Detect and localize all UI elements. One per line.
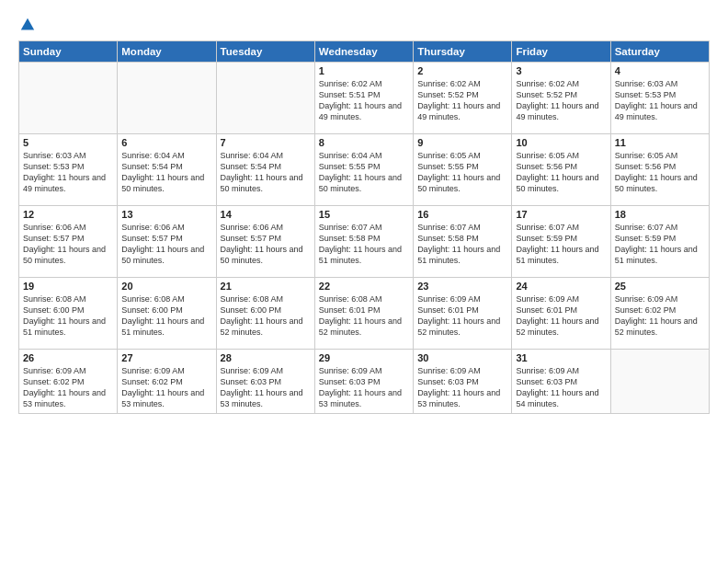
day-number: 25 [615, 281, 705, 292]
day-number: 15 [319, 209, 409, 220]
day-number: 9 [417, 137, 507, 148]
calendar-day-cell: 1Sunrise: 6:02 AM Sunset: 5:51 PM Daylig… [314, 63, 413, 134]
day-info: Sunrise: 6:09 AM Sunset: 6:02 PM Dayligh… [121, 365, 211, 410]
day-number: 1 [319, 65, 409, 76]
day-number: 17 [516, 209, 606, 220]
day-number: 23 [417, 281, 507, 292]
calendar-header-cell: Wednesday [314, 41, 413, 63]
calendar-header-row: SundayMondayTuesdayWednesdayThursdayFrid… [19, 41, 710, 63]
calendar-header-cell: Sunday [19, 41, 118, 63]
day-info: Sunrise: 6:09 AM Sunset: 6:03 PM Dayligh… [221, 365, 311, 410]
calendar-day-cell: 21Sunrise: 6:08 AM Sunset: 6:00 PM Dayli… [216, 278, 314, 350]
day-number: 12 [23, 209, 113, 220]
calendar-day-cell: 3Sunrise: 6:02 AM Sunset: 5:52 PM Daylig… [512, 63, 610, 134]
day-info: Sunrise: 6:05 AM Sunset: 5:55 PM Dayligh… [417, 150, 507, 195]
logo [18, 17, 36, 31]
calendar-day-cell: 28Sunrise: 6:09 AM Sunset: 6:03 PM Dayli… [216, 350, 314, 414]
day-number: 31 [516, 352, 606, 363]
calendar-day-cell: 19Sunrise: 6:08 AM Sunset: 6:00 PM Dayli… [19, 278, 118, 350]
calendar-day-cell: 31Sunrise: 6:09 AM Sunset: 6:03 PM Dayli… [512, 350, 610, 414]
calendar-day-cell: 20Sunrise: 6:08 AM Sunset: 6:00 PM Dayli… [118, 278, 216, 350]
day-info: Sunrise: 6:09 AM Sunset: 6:03 PM Dayligh… [319, 365, 409, 410]
calendar-day-cell: 14Sunrise: 6:06 AM Sunset: 5:57 PM Dayli… [216, 206, 314, 278]
calendar-day-cell: 12Sunrise: 6:06 AM Sunset: 5:57 PM Dayli… [19, 206, 118, 278]
calendar-day-cell: 30Sunrise: 6:09 AM Sunset: 6:03 PM Dayli… [414, 350, 512, 414]
calendar-day-cell [216, 63, 314, 134]
calendar-day-cell: 6Sunrise: 6:04 AM Sunset: 5:54 PM Daylig… [118, 134, 216, 206]
calendar-day-cell [118, 63, 216, 134]
day-number: 10 [516, 137, 606, 148]
calendar-week-row: 12Sunrise: 6:06 AM Sunset: 5:57 PM Dayli… [19, 206, 710, 278]
calendar-week-row: 26Sunrise: 6:09 AM Sunset: 6:02 PM Dayli… [19, 350, 710, 414]
day-info: Sunrise: 6:09 AM Sunset: 6:03 PM Dayligh… [417, 365, 507, 410]
day-number: 6 [121, 137, 211, 148]
calendar-header-cell: Friday [512, 41, 610, 63]
calendar-header-cell: Thursday [414, 41, 512, 63]
day-number: 11 [615, 137, 705, 148]
day-info: Sunrise: 6:08 AM Sunset: 6:00 PM Dayligh… [23, 293, 113, 339]
day-number: 29 [319, 352, 409, 363]
calendar-day-cell: 25Sunrise: 6:09 AM Sunset: 6:02 PM Dayli… [610, 278, 709, 350]
day-number: 4 [615, 65, 705, 76]
calendar-week-row: 5Sunrise: 6:03 AM Sunset: 5:53 PM Daylig… [19, 134, 710, 206]
day-info: Sunrise: 6:04 AM Sunset: 5:54 PM Dayligh… [221, 150, 311, 195]
day-number: 27 [121, 352, 211, 363]
day-info: Sunrise: 6:04 AM Sunset: 5:55 PM Dayligh… [319, 150, 409, 195]
calendar-day-cell: 29Sunrise: 6:09 AM Sunset: 6:03 PM Dayli… [314, 350, 413, 414]
calendar-day-cell [19, 63, 118, 134]
calendar-day-cell [610, 350, 709, 414]
day-info: Sunrise: 6:05 AM Sunset: 5:56 PM Dayligh… [516, 150, 606, 195]
day-number: 19 [23, 281, 113, 292]
calendar-day-cell: 2Sunrise: 6:02 AM Sunset: 5:52 PM Daylig… [414, 63, 512, 134]
day-info: Sunrise: 6:07 AM Sunset: 5:58 PM Dayligh… [417, 222, 507, 267]
calendar-body: 1Sunrise: 6:02 AM Sunset: 5:51 PM Daylig… [19, 63, 710, 414]
day-info: Sunrise: 6:06 AM Sunset: 5:57 PM Dayligh… [221, 222, 311, 267]
day-info: Sunrise: 6:03 AM Sunset: 5:53 PM Dayligh… [23, 150, 113, 195]
day-number: 7 [221, 137, 311, 148]
calendar-week-row: 19Sunrise: 6:08 AM Sunset: 6:00 PM Dayli… [19, 278, 710, 350]
calendar-header-cell: Tuesday [216, 41, 314, 63]
day-number: 16 [417, 209, 507, 220]
calendar-day-cell: 13Sunrise: 6:06 AM Sunset: 5:57 PM Dayli… [118, 206, 216, 278]
day-number: 18 [615, 209, 705, 220]
day-number: 21 [221, 281, 311, 292]
calendar-day-cell: 11Sunrise: 6:05 AM Sunset: 5:56 PM Dayli… [610, 134, 709, 206]
day-number: 3 [516, 65, 606, 76]
calendar-day-cell: 22Sunrise: 6:08 AM Sunset: 6:01 PM Dayli… [314, 278, 413, 350]
day-info: Sunrise: 6:02 AM Sunset: 5:51 PM Dayligh… [319, 78, 409, 123]
day-info: Sunrise: 6:02 AM Sunset: 5:52 PM Dayligh… [417, 78, 507, 123]
calendar-day-cell: 5Sunrise: 6:03 AM Sunset: 5:53 PM Daylig… [19, 134, 118, 206]
day-info: Sunrise: 6:09 AM Sunset: 6:03 PM Dayligh… [516, 365, 606, 410]
calendar: SundayMondayTuesdayWednesdayThursdayFrid… [18, 40, 710, 414]
day-number: 8 [319, 137, 409, 148]
day-info: Sunrise: 6:09 AM Sunset: 6:02 PM Dayligh… [615, 293, 705, 339]
day-info: Sunrise: 6:06 AM Sunset: 5:57 PM Dayligh… [121, 222, 211, 267]
day-info: Sunrise: 6:05 AM Sunset: 5:56 PM Dayligh… [615, 150, 705, 195]
day-info: Sunrise: 6:09 AM Sunset: 6:02 PM Dayligh… [23, 365, 113, 410]
calendar-day-cell: 8Sunrise: 6:04 AM Sunset: 5:55 PM Daylig… [314, 134, 413, 206]
calendar-day-cell: 17Sunrise: 6:07 AM Sunset: 5:59 PM Dayli… [512, 206, 610, 278]
calendar-header-cell: Monday [118, 41, 216, 63]
day-info: Sunrise: 6:07 AM Sunset: 5:59 PM Dayligh… [615, 222, 705, 267]
day-info: Sunrise: 6:09 AM Sunset: 6:01 PM Dayligh… [417, 293, 507, 339]
calendar-day-cell: 10Sunrise: 6:05 AM Sunset: 5:56 PM Dayli… [512, 134, 610, 206]
calendar-day-cell: 9Sunrise: 6:05 AM Sunset: 5:55 PM Daylig… [414, 134, 512, 206]
calendar-day-cell: 18Sunrise: 6:07 AM Sunset: 5:59 PM Dayli… [610, 206, 709, 278]
day-info: Sunrise: 6:04 AM Sunset: 5:54 PM Dayligh… [121, 150, 211, 195]
page: SundayMondayTuesdayWednesdayThursdayFrid… [0, 0, 728, 563]
day-number: 30 [417, 352, 507, 363]
calendar-day-cell: 16Sunrise: 6:07 AM Sunset: 5:58 PM Dayli… [414, 206, 512, 278]
day-number: 5 [23, 137, 113, 148]
day-number: 13 [121, 209, 211, 220]
day-info: Sunrise: 6:06 AM Sunset: 5:57 PM Dayligh… [23, 222, 113, 267]
calendar-header-cell: Saturday [610, 41, 709, 63]
calendar-day-cell: 7Sunrise: 6:04 AM Sunset: 5:54 PM Daylig… [216, 134, 314, 206]
calendar-day-cell: 4Sunrise: 6:03 AM Sunset: 5:53 PM Daylig… [610, 63, 709, 134]
day-info: Sunrise: 6:03 AM Sunset: 5:53 PM Dayligh… [615, 78, 705, 123]
calendar-week-row: 1Sunrise: 6:02 AM Sunset: 5:51 PM Daylig… [19, 63, 710, 134]
day-number: 2 [417, 65, 507, 76]
day-number: 28 [221, 352, 311, 363]
day-number: 26 [23, 352, 113, 363]
day-number: 22 [319, 281, 409, 292]
day-info: Sunrise: 6:07 AM Sunset: 5:58 PM Dayligh… [319, 222, 409, 267]
